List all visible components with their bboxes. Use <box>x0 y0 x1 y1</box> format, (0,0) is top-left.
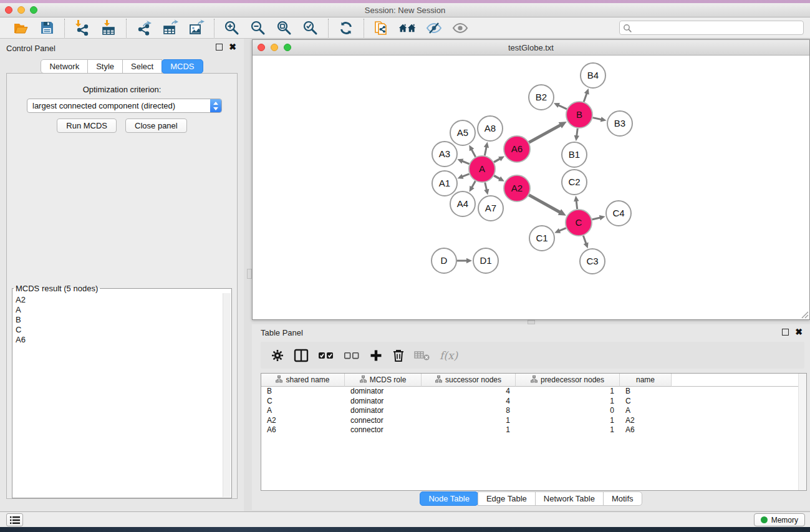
search-input[interactable] <box>635 22 800 34</box>
gear-icon[interactable] <box>271 347 284 364</box>
cell-name[interactable]: A2 <box>620 416 672 426</box>
cell-shared-name[interactable]: A2 <box>261 416 345 426</box>
table-row[interactable]: Bdominator41B <box>261 387 806 397</box>
cell-shared-name[interactable]: A6 <box>261 425 345 435</box>
column-header-predecessor-nodes[interactable]: predecessor nodes <box>516 374 620 387</box>
table-row[interactable]: A2connector11A2 <box>261 416 806 426</box>
close-panel-button[interactable]: Close panel <box>125 118 187 133</box>
save-session-icon[interactable] <box>37 19 56 37</box>
result-item[interactable]: B <box>16 315 223 325</box>
cytoscape-window: Session: New Session <box>0 0 810 532</box>
import-table-icon[interactable] <box>99 19 118 37</box>
cell-predecessor-nodes[interactable]: 1 <box>516 397 620 407</box>
result-item[interactable]: A6 <box>16 335 223 345</box>
cell-shared-name[interactable]: C <box>261 397 345 407</box>
zoom-selected-icon[interactable] <box>301 19 320 37</box>
table-scrollbar[interactable] <box>798 374 806 490</box>
edge-A6-B[interactable] <box>529 124 562 142</box>
network-view-window: testGlobe.txt AA1A3A5A8A4A7A6A2BB1B2B3B4… <box>252 39 810 320</box>
cell-name[interactable]: B <box>620 387 672 397</box>
cell-name[interactable]: A <box>620 406 672 416</box>
task-history-button[interactable] <box>6 513 23 526</box>
resize-grip-icon[interactable] <box>801 311 809 319</box>
cell-successor-nodes[interactable]: 4 <box>422 397 516 407</box>
function-builder-icon: f(x) <box>440 347 458 364</box>
tab-motifs[interactable]: Motifs <box>603 491 642 506</box>
result-item[interactable]: A2 <box>16 295 223 305</box>
cell-successor-nodes[interactable]: 1 <box>422 416 516 426</box>
edge-A2-C[interactable] <box>529 195 561 213</box>
table-row[interactable]: Cdominator41C <box>261 397 806 407</box>
export-image-icon[interactable] <box>187 19 206 37</box>
optimization-criterion-dropdown[interactable]: largest connected component (directed) <box>27 99 222 113</box>
cell-predecessor-nodes[interactable]: 1 <box>516 425 620 435</box>
vertical-splitter-handle[interactable] <box>247 269 252 279</box>
cell-successor-nodes[interactable]: 8 <box>422 406 516 416</box>
zoom-out-icon[interactable] <box>249 19 268 37</box>
session-networks-icon[interactable] <box>372 19 391 37</box>
arrowhead-icon <box>599 215 605 220</box>
tab-select[interactable]: Select <box>122 59 162 74</box>
close-table-panel-icon[interactable]: ✖ <box>795 329 803 336</box>
open-session-icon[interactable] <box>11 19 30 37</box>
result-list-scrollbar[interactable] <box>223 293 231 497</box>
add-column-icon[interactable] <box>369 347 383 364</box>
result-item[interactable]: C <box>16 325 223 335</box>
hide-panels-icon[interactable] <box>425 19 443 37</box>
select-checked-boxes-icon[interactable] <box>318 347 334 364</box>
cell-predecessor-nodes[interactable]: 0 <box>516 406 620 416</box>
network-canvas[interactable]: AA1A3A5A8A4A7A6A2BB1B2B3B4CC1C2C3C4DD1 <box>253 56 809 319</box>
export-network-icon[interactable] <box>135 19 153 37</box>
tab-style[interactable]: Style <box>87 59 123 74</box>
node-table: shared nameMCDS rolesuccessor nodesprede… <box>261 373 807 491</box>
cell-MCDS-role[interactable]: dominator <box>345 397 422 407</box>
close-panel-icon[interactable]: ✖ <box>229 44 236 51</box>
zoom-fit-icon[interactable] <box>275 19 294 37</box>
cell-MCDS-role[interactable]: dominator <box>345 387 422 397</box>
tab-network[interactable]: Network <box>41 59 88 74</box>
float-table-panel-icon[interactable] <box>782 329 789 336</box>
toolbar-separator <box>364 19 364 37</box>
refresh-layout-icon[interactable] <box>337 19 355 37</box>
cell-name[interactable]: A6 <box>620 425 672 435</box>
deselect-unchecked-boxes-icon[interactable] <box>344 347 360 364</box>
mcds-result-box: MCDS result (5 nodes) A2ABCA6 <box>12 284 232 498</box>
result-item[interactable]: A <box>16 305 223 315</box>
zoom-in-icon[interactable] <box>223 19 241 37</box>
tab-network-table[interactable]: Network Table <box>535 491 604 506</box>
float-panel-icon[interactable] <box>216 44 223 51</box>
toolbar-separator <box>328 19 329 37</box>
tab-node-table[interactable]: Node Table <box>420 491 478 506</box>
cell-predecessor-nodes[interactable]: 1 <box>516 387 620 397</box>
cell-successor-nodes[interactable]: 4 <box>422 387 516 397</box>
column-header-MCDS-role[interactable]: MCDS role <box>345 374 422 387</box>
network-window-titlebar[interactable]: testGlobe.txt <box>253 40 809 56</box>
column-header-shared-name[interactable]: shared name <box>261 374 345 387</box>
table-row[interactable]: A6connector11A6 <box>261 425 806 435</box>
cell-MCDS-role[interactable]: connector <box>345 416 422 426</box>
memory-button[interactable]: Memory <box>754 513 805 526</box>
cell-name[interactable]: C <box>620 397 672 407</box>
tab-mcds[interactable]: MCDS <box>162 59 203 74</box>
split-view-icon[interactable] <box>294 347 309 364</box>
cell-predecessor-nodes[interactable]: 1 <box>516 416 620 426</box>
cell-shared-name[interactable]: B <box>261 387 345 397</box>
show-panels-icon[interactable] <box>451 19 470 37</box>
tab-edge-table[interactable]: Edge Table <box>478 491 536 506</box>
home-icon[interactable] <box>398 19 417 37</box>
export-table-icon[interactable] <box>161 19 180 37</box>
cell-successor-nodes[interactable]: 1 <box>422 425 516 435</box>
column-label: successor nodes <box>445 375 501 384</box>
column-header-successor-nodes[interactable]: successor nodes <box>422 374 516 387</box>
column-header-name[interactable]: name <box>620 374 672 387</box>
search-field <box>619 21 804 35</box>
cell-MCDS-role[interactable]: connector <box>345 425 422 435</box>
table-row[interactable]: Adominator80A <box>261 406 806 416</box>
run-mcds-button[interactable]: Run MCDS <box>57 118 117 133</box>
cell-MCDS-role[interactable]: dominator <box>345 406 422 416</box>
table-panel-tabs: Node TableEdge TableNetwork TableMotifs <box>252 491 810 506</box>
horizontal-splitter-handle[interactable] <box>528 320 535 324</box>
cell-shared-name[interactable]: A <box>261 406 345 416</box>
import-network-icon[interactable] <box>73 19 92 37</box>
delete-column-icon[interactable] <box>392 347 405 364</box>
